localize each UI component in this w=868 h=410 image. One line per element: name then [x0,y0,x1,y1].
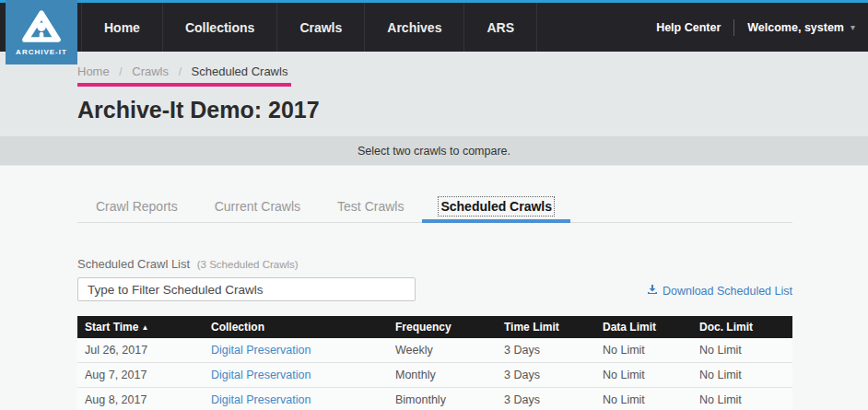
archive-it-logo-icon [21,9,62,47]
download-scheduled-list-link[interactable]: Download Scheduled List [647,284,792,298]
breadcrumb-crawls[interactable]: Crawls [132,64,169,78]
cell-start-time: Aug 8, 2017 [77,388,204,410]
welcome-label: Welcome, system [747,21,844,34]
page-header: Home / Crawls / Scheduled Crawls Archive… [0,52,868,136]
cell-time-limit: 3 Days [497,338,595,363]
column-header-label: Start Time [85,321,138,334]
cell-frequency: Weekly [388,338,497,363]
tab-test-crawls[interactable]: Test Crawls [319,192,422,222]
brand-name: ARCHIVE-IT [16,48,67,56]
cell-time-limit: 3 Days [497,363,595,388]
table-row[interactable]: Jul 26, 2017 Digital Preservation Weekly… [77,338,792,363]
breadcrumb-home[interactable]: Home [77,64,110,78]
tab-current-crawls[interactable]: Current Crawls [196,192,319,222]
column-header-start-time[interactable]: Start Time▲ [77,316,204,338]
collection-link[interactable]: Digital Preservation [211,369,311,381]
cell-doc-limit: No Limit [692,338,792,363]
cell-frequency: Monthly [388,363,497,388]
list-heading: Scheduled Crawl List (3 Scheduled Crawls… [77,257,791,271]
table-row[interactable]: Aug 7, 2017 Digital Preservation Monthly… [77,363,792,388]
top-navbar: ARCHIVE-IT Home Collections Crawls Archi… [0,3,868,52]
crawl-tabs: Crawl Reports Current Crawls Test Crawls… [77,192,792,223]
navbar-divider [733,19,734,36]
help-center-link[interactable]: Help Center [656,21,721,34]
table-header-row: Start Time▲ Collection Frequency Time Li… [77,316,792,338]
tab-scheduled-crawls[interactable]: Scheduled Crawls [422,192,570,223]
cell-frequency: Bimonthly [388,388,497,410]
cell-data-limit: No Limit [595,338,692,363]
cell-start-time: Jul 26, 2017 [77,338,204,363]
compare-notice-text: Select two crawls to compare. [358,145,510,158]
collection-link[interactable]: Digital Preservation [211,393,311,406]
list-count: (3 Scheduled Crawls) [197,259,299,270]
sort-asc-icon: ▲ [141,323,148,332]
main-content: Crawl Reports Current Crawls Test Crawls… [0,192,868,410]
nav-item-collections[interactable]: Collections [162,3,276,52]
cell-data-limit: No Limit [595,363,692,388]
cell-doc-limit: No Limit [692,363,792,388]
cell-time-limit: 3 Days [497,388,595,410]
caret-down-icon: ▾ [850,22,855,32]
archive-it-logo[interactable]: ARCHIVE-IT [6,0,77,64]
scheduled-crawls-table: Start Time▲ Collection Frequency Time Li… [77,316,792,410]
filter-row: Download Scheduled List [77,277,792,301]
navbar-right: Help Center Welcome, system ▾ [656,3,868,52]
nav-item-archives[interactable]: Archives [364,3,463,52]
breadcrumb: Home / Crawls / Scheduled Crawls [77,64,291,87]
breadcrumb-separator: / [119,65,122,78]
cell-data-limit: No Limit [595,388,692,410]
breadcrumb-current: Scheduled Crawls [192,64,288,78]
column-header-doc-limit[interactable]: Doc. Limit [692,316,792,338]
column-header-time-limit[interactable]: Time Limit [497,316,595,338]
download-link-label: Download Scheduled List [663,285,792,298]
column-header-collection[interactable]: Collection [204,316,388,338]
tab-label: Scheduled Crawls [440,199,552,214]
column-header-frequency[interactable]: Frequency [388,316,497,338]
user-menu[interactable]: Welcome, system ▾ [747,21,855,34]
cell-start-time: Aug 7, 2017 [77,363,204,388]
compare-notice-bar: Select two crawls to compare. [0,136,868,166]
list-heading-text: Scheduled Crawl List [77,257,190,271]
main-nav: Home Collections Crawls Archives ARS [81,3,537,52]
breadcrumb-separator: / [179,65,182,78]
download-icon [647,284,658,298]
cell-doc-limit: No Limit [692,388,792,410]
tab-crawl-reports[interactable]: Crawl Reports [77,192,196,222]
nav-item-ars[interactable]: ARS [463,3,537,52]
column-header-data-limit[interactable]: Data Limit [595,316,692,338]
collection-link[interactable]: Digital Preservation [211,344,311,357]
table-row[interactable]: Aug 8, 2017 Digital Preservation Bimonth… [77,388,792,410]
nav-item-home[interactable]: Home [81,3,162,52]
page-title: Archive-It Demo: 2017 [77,97,868,123]
filter-input[interactable] [77,277,416,301]
nav-item-crawls[interactable]: Crawls [276,3,364,52]
